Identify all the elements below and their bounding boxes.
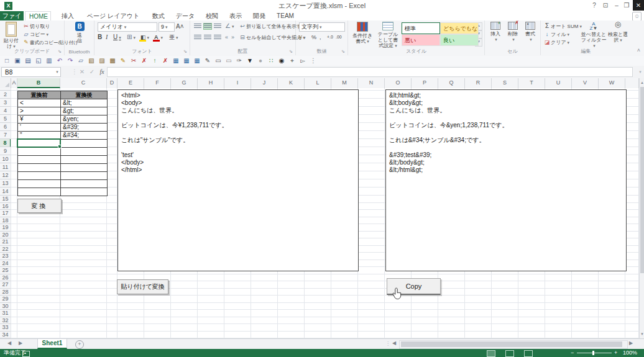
- macro-record-icon[interactable]: [22, 351, 30, 357]
- sheet-grid[interactable]: 2345678910111213141516171819202122232425…: [0, 88, 639, 338]
- table-cell-r5-after[interactable]: &yen;: [60, 115, 108, 124]
- table-cell-r3-before[interactable]: <: [17, 99, 61, 107]
- row-header-15[interactable]: 15: [0, 196, 11, 203]
- merge-table-icon[interactable]: ▦: [182, 56, 191, 65]
- column-header-U[interactable]: U: [545, 78, 572, 88]
- row-header-11[interactable]: 11: [0, 163, 11, 171]
- font-size-select[interactable]: 9: [159, 22, 175, 32]
- column-header-A[interactable]: A: [11, 78, 17, 88]
- borders-button[interactable]: ⊞: [127, 34, 136, 42]
- comment-icon[interactable]: ▭: [214, 56, 223, 65]
- zoom-level[interactable]: 100%: [623, 349, 637, 357]
- table-cell-r8-after[interactable]: [60, 139, 108, 148]
- row-header-13[interactable]: 13: [0, 179, 11, 188]
- format-cells-button[interactable]: ▪ 書式: [522, 22, 538, 42]
- font-dialog-launcher[interactable]: ⇘: [183, 49, 188, 54]
- insert-cells-button[interactable]: ＋ 挿入: [487, 22, 504, 42]
- table-cell-r9-before[interactable]: [17, 147, 61, 156]
- table-cell-r11-after[interactable]: [60, 163, 108, 172]
- clipboard-dialog-launcher[interactable]: ⇘: [58, 49, 63, 54]
- cell-style-2[interactable]: 悪い: [402, 34, 440, 46]
- row-header-26[interactable]: 26: [0, 274, 11, 282]
- autosum-button[interactable]: Σオート SUM: [543, 22, 582, 30]
- undo-icon[interactable]: ↶: [55, 56, 64, 65]
- column-header-W[interactable]: W: [599, 78, 625, 88]
- alignment-dialog-launcher[interactable]: ⇘: [289, 49, 294, 54]
- align-middle-icon[interactable]: [204, 24, 211, 29]
- number-format-select[interactable]: 文字列: [299, 22, 345, 32]
- row-header-14[interactable]: 14: [0, 188, 11, 196]
- column-header-M[interactable]: M: [331, 78, 358, 88]
- table-cell-r12-before[interactable]: [17, 171, 61, 180]
- row-header-20[interactable]: 20: [0, 232, 11, 239]
- align-left-icon[interactable]: [194, 35, 201, 40]
- column-header-T[interactable]: T: [518, 78, 545, 88]
- delete-icon[interactable]: ✗: [140, 56, 149, 65]
- row-header-12[interactable]: 12: [0, 171, 11, 179]
- row-header-32[interactable]: 32: [0, 317, 11, 325]
- camera-icon[interactable]: ◉: [277, 56, 286, 65]
- cancel-formula-icon[interactable]: ✕: [77, 67, 87, 77]
- find-select-button[interactable]: ◎ 検索と選択: [607, 22, 629, 43]
- selected-cell-B8[interactable]: [17, 138, 61, 148]
- column-header-L[interactable]: L: [305, 78, 331, 88]
- phonetic-button[interactable]: 亜: [169, 34, 178, 42]
- align-right-icon[interactable]: [214, 35, 221, 40]
- lasso-icon[interactable]: ⌖: [288, 56, 297, 65]
- scroll-up-icon[interactable]: ▲: [640, 79, 644, 86]
- merge-center-button[interactable]: ⊟セルを結合して中央揃え: [239, 34, 305, 42]
- copy-button-ribbon[interactable]: ▱コピー: [22, 30, 48, 38]
- collapse-ribbon-icon[interactable]: ˄: [637, 47, 640, 53]
- column-header-G[interactable]: G: [171, 78, 198, 88]
- ribbon-tab-team[interactable]: TEAM: [269, 11, 302, 20]
- table-header-1[interactable]: 置換後: [60, 91, 108, 99]
- table-cell-r10-before[interactable]: [17, 155, 61, 164]
- edit-note-icon[interactable]: ✎: [203, 56, 212, 65]
- row-header-8[interactable]: 8: [0, 139, 11, 147]
- close-button[interactable]: ✕: [633, 0, 644, 11]
- table-cell-r6-after[interactable]: &#39;: [60, 123, 108, 132]
- increase-font-button[interactable]: A˄: [176, 23, 184, 30]
- table-cell-r3-after[interactable]: &lt;: [60, 99, 108, 107]
- table-cell-r14-before[interactable]: [17, 188, 61, 196]
- hscroll-left-icon[interactable]: ◀: [392, 340, 396, 346]
- table-cell-r5-before[interactable]: ¥: [17, 115, 61, 124]
- table-cell-r10-after[interactable]: [60, 155, 108, 164]
- new-sheet-button[interactable]: +: [75, 340, 84, 349]
- column-header-N[interactable]: N: [358, 78, 385, 88]
- new-file-icon[interactable]: □: [2, 56, 11, 65]
- bluetooth-send-button[interactable]: B 送信: [70, 22, 89, 43]
- cut-icon[interactable]: ✂: [129, 56, 138, 65]
- font-color-button[interactable]: A: [154, 34, 163, 42]
- fill-button[interactable]: ↓フィル: [543, 30, 569, 38]
- number-dialog-launcher[interactable]: ⇘: [341, 49, 346, 54]
- row-header-22[interactable]: 22: [0, 246, 11, 253]
- underline-button[interactable]: U: [113, 34, 121, 42]
- move-up-icon[interactable]: ↑: [150, 56, 159, 65]
- column-header-P[interactable]: P: [412, 78, 438, 88]
- convert-button[interactable]: 変換: [17, 199, 62, 213]
- table-cell-r7-after[interactable]: &#34;: [60, 131, 108, 140]
- column-header-partial[interactable]: [625, 78, 639, 88]
- shape-icon[interactable]: ▭: [224, 56, 233, 65]
- align-bottom-icon[interactable]: [214, 24, 221, 29]
- increase-indent-icon[interactable]: »: [231, 34, 234, 41]
- bold-button[interactable]: B: [98, 34, 102, 41]
- print-preview-icon[interactable]: ◱: [34, 56, 43, 65]
- increase-decimal-button[interactable]: +.0: [327, 34, 333, 41]
- row-header-2[interactable]: 2: [0, 91, 11, 99]
- record-icon[interactable]: ●: [256, 56, 265, 65]
- save-as-icon[interactable]: ▤: [24, 56, 32, 65]
- table-header-0[interactable]: 置換前: [17, 91, 61, 99]
- row-header-6[interactable]: 6: [0, 123, 11, 131]
- paste-button[interactable]: 貼り付け: [2, 22, 21, 49]
- cut-button[interactable]: ✂切り取り: [22, 22, 50, 30]
- normal-view-icon[interactable]: [487, 350, 495, 357]
- currency-format-button[interactable]: ¥: [299, 34, 306, 42]
- scroll-down-icon[interactable]: ▼: [640, 331, 644, 337]
- column-header-E[interactable]: E: [117, 78, 144, 88]
- column-header-I[interactable]: I: [224, 78, 251, 88]
- ribbon-tab-home[interactable]: HOME: [25, 11, 51, 20]
- decrease-decimal-button[interactable]: .00: [336, 34, 342, 41]
- zoom-out-icon[interactable]: −: [571, 349, 574, 357]
